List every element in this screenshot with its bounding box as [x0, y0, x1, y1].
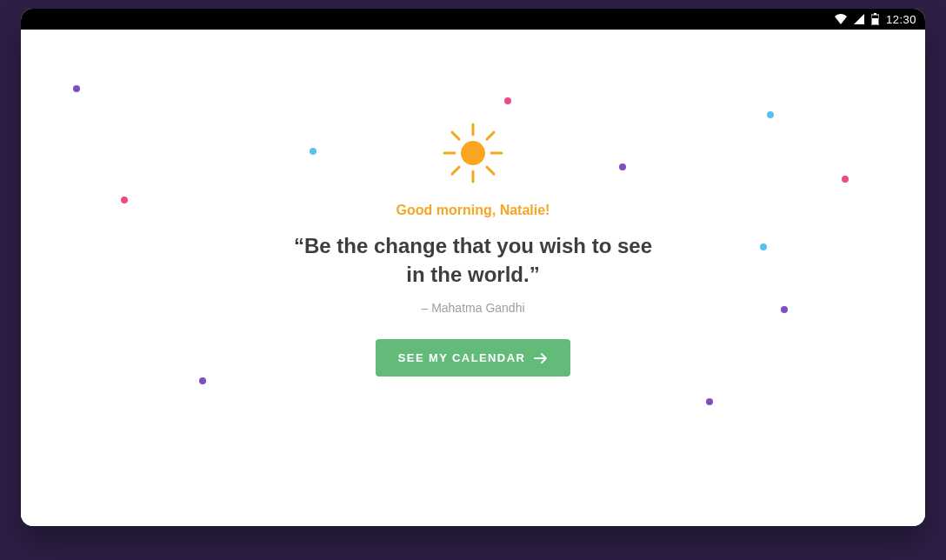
- device-frame: 12:30: [21, 9, 925, 526]
- battery-icon: [871, 13, 879, 25]
- svg-point-3: [461, 141, 485, 165]
- confetti-dot: [199, 377, 206, 384]
- wifi-icon: [835, 14, 847, 24]
- arrow-right-icon: [534, 353, 548, 363]
- cell-signal-icon: [854, 14, 864, 24]
- sun-icon: [247, 119, 699, 187]
- quote-attribution: – Mahatma Gandhi: [247, 301, 699, 315]
- quote-text: “Be the change that you wish to see in t…: [290, 232, 656, 289]
- svg-line-8: [452, 132, 459, 139]
- status-bar: 12:30: [21, 9, 925, 30]
- cta-label: SEE MY CALENDAR: [398, 351, 525, 364]
- confetti-dot: [706, 398, 713, 405]
- confetti-dot: [842, 176, 849, 183]
- greeting-text: Good morning, Natalie!: [247, 203, 699, 218]
- confetti-dot: [121, 197, 128, 203]
- svg-line-10: [452, 167, 459, 174]
- svg-rect-2: [872, 18, 878, 24]
- welcome-screen: Good morning, Natalie! “Be the change th…: [21, 30, 925, 526]
- confetti-dot: [73, 85, 80, 92]
- confetti-dot: [504, 97, 511, 104]
- svg-line-11: [487, 132, 494, 139]
- confetti-dot: [767, 111, 774, 118]
- svg-line-9: [487, 167, 494, 174]
- see-calendar-button[interactable]: SEE MY CALENDAR: [376, 339, 570, 377]
- status-time: 12:30: [886, 13, 916, 26]
- confetti-dot: [760, 243, 767, 250]
- center-stack: Good morning, Natalie! “Be the change th…: [247, 119, 699, 377]
- confetti-dot: [781, 306, 788, 313]
